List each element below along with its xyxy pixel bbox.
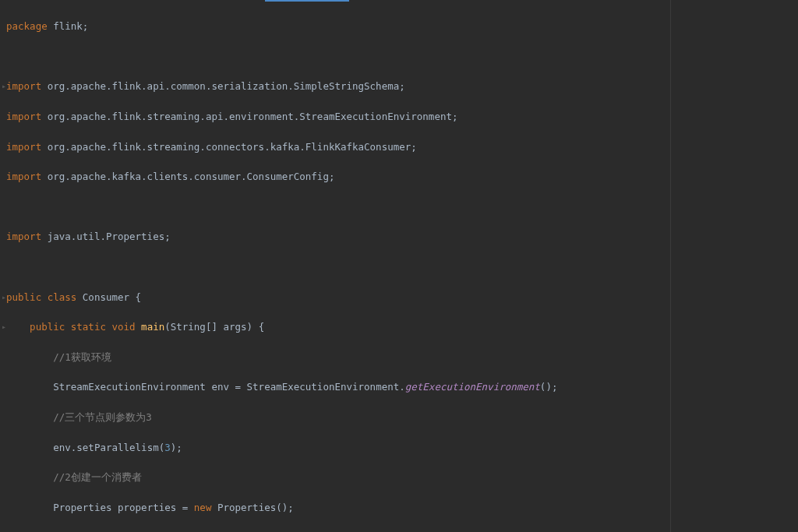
code-line <box>6 199 798 214</box>
code-line: ▸ public static void main(String[] args)… <box>6 319 798 334</box>
code-line: import java.util.Properties; <box>6 229 798 244</box>
code-line: Properties properties = new Properties()… <box>6 500 798 515</box>
code-line: import org.apache.kafka.clients.consumer… <box>6 169 798 184</box>
fold-icon[interactable]: ▸ <box>2 290 5 305</box>
code-line: //2创建一个消费者 <box>6 470 798 484</box>
code-line: package flink; <box>6 19 798 33</box>
code-line: ▸public class Consumer { <box>6 290 798 305</box>
code-line: env.setParallelism(3); <box>6 440 798 455</box>
code-line: import org.apache.flink.streaming.api.en… <box>6 109 798 124</box>
code-line <box>6 49 798 64</box>
code-line: import org.apache.flink.streaming.connec… <box>6 139 798 154</box>
fold-icon[interactable]: ▸ <box>2 319 5 334</box>
code-line: //1获取环境 <box>6 350 798 365</box>
code-line: StreamExecutionEnvironment env = StreamE… <box>6 379 798 394</box>
code-editor[interactable]: package flink; ▸import org.apache.flink.… <box>6 0 798 532</box>
fold-icon[interactable]: ▸ <box>2 79 5 93</box>
code-line: //三个节点则参数为3 <box>6 410 798 425</box>
code-line <box>6 259 798 274</box>
code-line: ▸import org.apache.flink.api.common.seri… <box>6 79 798 93</box>
